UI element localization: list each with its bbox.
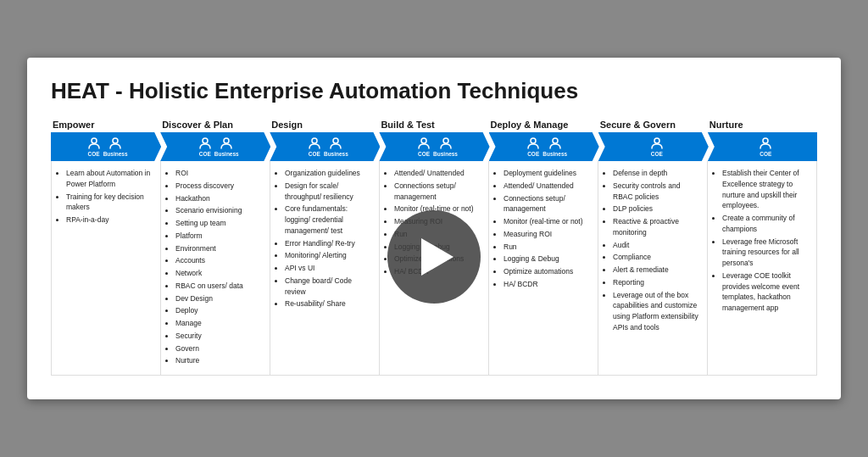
persona-business: Business xyxy=(324,137,348,157)
phase-col-deploy-manage: Deploy & Manage COE Business xyxy=(489,120,598,161)
bullet-item: Leverage out of the box capabilities and… xyxy=(613,290,702,333)
phase-col-discover-plan: Discover & Plan COE Business xyxy=(160,120,270,161)
bullet-item: Create a community of champions xyxy=(722,213,811,235)
bullet-item: Deployment guidelines xyxy=(504,168,593,179)
phase-label-empower: Empower xyxy=(51,120,160,130)
bullet-item: Logging & Debug xyxy=(504,254,593,265)
bullet-item: Leverage COE toolkit provides welcome ev… xyxy=(722,270,811,314)
svg-point-10 xyxy=(654,138,659,143)
phase-col-design: Design COE Business xyxy=(270,120,379,161)
bullet-item: Compliance xyxy=(613,252,702,263)
bullet-item: Defense in depth xyxy=(613,168,702,179)
persona-business: Business xyxy=(542,137,567,157)
chevron-nurture: COE xyxy=(708,132,817,161)
phase-label-build-test: Build & Test xyxy=(379,120,488,130)
content-cell-empower: Learn about Automation in Power Platform… xyxy=(52,161,160,375)
bullet-item: Govern xyxy=(175,343,264,354)
phase-label-secure-govern: Secure & Govern xyxy=(598,120,708,130)
content-cell-nurture: Establish their Center of Excellence str… xyxy=(707,161,816,375)
bullet-item: Platform xyxy=(175,231,264,242)
svg-point-8 xyxy=(531,138,536,143)
phases-container: Empower COE BusinessDiscover & Plan COE … xyxy=(51,120,817,161)
bullet-item: Security controls and RBAC policies xyxy=(613,181,702,203)
phase-col-secure-govern: Secure & Govern COE xyxy=(598,120,708,161)
content-cell-design: Organization guidelinesDesign for scale/… xyxy=(270,161,379,375)
chevron-discover-plan: COE Business xyxy=(160,132,270,161)
bullet-item: Change board/ Code review xyxy=(285,276,374,298)
bullet-item: Setting up team xyxy=(175,218,264,229)
bullet-item: Scenario envisioning xyxy=(175,205,264,216)
chevron-deploy-manage: COE Business xyxy=(489,132,599,161)
persona-coe: COE xyxy=(760,137,771,157)
bullet-item: Learn about Automation in Power Platform xyxy=(66,168,155,190)
persona-business: Business xyxy=(103,137,128,157)
bullet-item: API vs UI xyxy=(285,263,374,274)
svg-point-5 xyxy=(333,138,338,143)
bullet-item: Audit xyxy=(613,240,702,251)
svg-point-0 xyxy=(92,138,97,143)
bullet-item: Process discovery xyxy=(175,181,264,192)
bullet-item: HA/ BCDR xyxy=(504,279,593,290)
bullet-item: Optimize automations xyxy=(504,266,593,277)
persona-business: Business xyxy=(214,137,239,157)
bullet-item: Connections setup/ management xyxy=(504,193,593,215)
svg-point-4 xyxy=(312,138,317,143)
play-button[interactable] xyxy=(387,210,481,304)
persona-coe: COE xyxy=(88,137,100,157)
phase-label-design: Design xyxy=(270,120,379,130)
bullet-item: Security xyxy=(175,331,264,342)
bullet-item: Reactive & proactive monitoring xyxy=(613,216,702,238)
svg-point-2 xyxy=(203,138,208,143)
phase-col-build-test: Build & Test COE Business xyxy=(379,120,488,161)
slide-container: HEAT - Holistic Enterprise Automation Te… xyxy=(27,58,841,399)
content-cell-secure-govern: Defense in depthSecurity controls and RB… xyxy=(598,161,707,375)
bullet-item: Hackathon xyxy=(175,193,264,204)
bullet-item: Run xyxy=(504,242,593,253)
bullet-item: Measuring ROI xyxy=(504,229,593,240)
bullet-item: Core fundamentals: logging/ credential m… xyxy=(285,203,374,236)
bullet-item: RPA-in-a-day xyxy=(66,215,155,226)
svg-point-11 xyxy=(763,138,768,143)
bullet-item: Alert & remediate xyxy=(613,265,702,276)
bullet-item: Re-usability/ Share xyxy=(285,298,374,309)
bullet-item: Environment xyxy=(175,243,264,254)
bullet-item: RBAC on users/ data xyxy=(175,281,264,292)
bullet-item: Design for scale/ throughput/ resiliency xyxy=(285,181,374,203)
bullet-item: Leverage free Microsoft training resourc… xyxy=(722,237,811,269)
bullet-item: Organization guidelines xyxy=(285,168,374,179)
bullet-item: Deploy xyxy=(175,305,264,316)
bullet-item: Establish their Center of Excellence str… xyxy=(722,168,811,211)
chevron-empower: COE Business xyxy=(51,132,161,161)
chevron-secure-govern: COE xyxy=(598,132,709,161)
bullet-item: Monitor (real-time or not) xyxy=(504,216,593,227)
bullet-item: Reporting xyxy=(613,277,702,288)
content-cell-discover-plan: ROIProcess discoveryHackathonScenario en… xyxy=(160,161,270,375)
bullet-item: Training for key decision makers xyxy=(66,192,155,214)
phase-col-nurture: Nurture COE xyxy=(708,120,817,161)
bullet-item: Nurture xyxy=(175,355,264,366)
bullet-item: Attended/ Unattended xyxy=(394,168,483,179)
persona-coe: COE xyxy=(527,137,539,157)
bullet-item: DLP policies xyxy=(613,203,702,215)
content-cell-deploy-manage: Deployment guidelinesAttended/ Unattende… xyxy=(488,161,598,375)
svg-point-9 xyxy=(553,138,558,143)
phase-label-discover-plan: Discover & Plan xyxy=(160,120,270,130)
svg-point-1 xyxy=(113,138,118,143)
persona-coe: COE xyxy=(309,137,320,157)
svg-point-3 xyxy=(224,138,229,143)
persona-coe: COE xyxy=(199,137,211,157)
bullet-item: Manage xyxy=(175,318,264,329)
chevron-build-test: COE Business xyxy=(379,132,489,161)
play-triangle-icon xyxy=(421,238,453,276)
chevron-design: COE Business xyxy=(270,132,380,161)
phase-col-empower: Empower COE Business xyxy=(51,120,160,161)
bullet-item: Network xyxy=(175,268,264,279)
svg-point-6 xyxy=(421,138,426,143)
bullet-item: Attended/ Unattended xyxy=(504,181,593,192)
persona-coe: COE xyxy=(651,137,663,157)
phase-label-nurture: Nurture xyxy=(708,120,817,130)
bullet-item: Monitoring/ Alerting xyxy=(285,250,374,261)
main-title: HEAT - Holistic Enterprise Automation Te… xyxy=(51,78,817,104)
persona-coe: COE xyxy=(418,137,430,157)
bullet-item: Dev Design xyxy=(175,293,264,304)
